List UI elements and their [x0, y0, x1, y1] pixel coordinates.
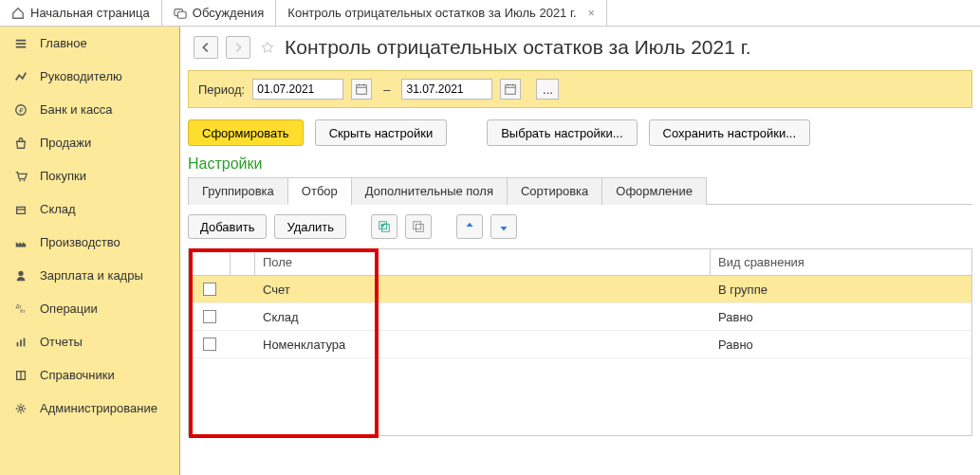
period-more-button[interactable]: ...: [536, 79, 559, 100]
sidebar-item-reports[interactable]: Отчеты: [0, 325, 179, 358]
period-bar: Период: – ...: [188, 70, 972, 108]
top-tabbar: Начальная страница Обсуждения Контроль о…: [0, 0, 980, 27]
sidebar-item-label: Справочники: [40, 368, 115, 382]
svg-point-5: [24, 179, 26, 181]
bar-chart-icon: [13, 335, 28, 350]
ruble-icon: ₽: [13, 102, 28, 118]
person-icon: [13, 268, 28, 283]
sidebar-item-purchases[interactable]: Покупки: [0, 159, 179, 192]
svg-rect-16: [506, 85, 516, 95]
factory-icon: [13, 235, 28, 250]
sidebar-item-label: Банк и касса: [40, 102, 113, 117]
table-row[interactable]: Номенклатура Равно: [189, 331, 971, 358]
choose-settings-button[interactable]: Выбрать настройки...: [487, 119, 637, 146]
tab-discussions[interactable]: Обсуждения: [162, 0, 277, 26]
page-title: Контроль отрицательных остатков за Июль …: [285, 36, 751, 59]
row-checkbox[interactable]: [203, 283, 216, 296]
menu-icon: [13, 36, 28, 51]
subtab-extra-fields[interactable]: Дополнительные поля: [351, 177, 508, 205]
svg-rect-6: [17, 207, 26, 213]
subtab-sort[interactable]: Сортировка: [507, 177, 602, 205]
content-area: Контроль отрицательных остатков за Июль …: [180, 27, 980, 475]
sidebar-item-salary[interactable]: Зарплата и кадры: [0, 259, 179, 292]
book-icon: [13, 368, 28, 383]
hide-settings-button[interactable]: Скрыть настройки: [315, 119, 448, 146]
cell-field: Склад: [255, 310, 711, 324]
cell-field: Счет: [255, 283, 711, 297]
svg-text:₽: ₽: [19, 106, 24, 113]
sidebar-item-bank[interactable]: ₽ Банк и касса: [0, 93, 179, 126]
cell-field: Номенклатура: [255, 338, 711, 352]
subtabs: Группировка Отбор Дополнительные поля Со…: [188, 176, 972, 205]
nav-back-button[interactable]: [194, 36, 218, 59]
svg-point-7: [18, 270, 23, 275]
settings-heading: Настройки: [188, 155, 972, 173]
close-icon[interactable]: ×: [588, 7, 595, 20]
add-button[interactable]: Добавить: [188, 214, 267, 239]
form-button[interactable]: Сформировать: [188, 119, 304, 146]
save-settings-button[interactable]: Сохранить настройки...: [649, 119, 811, 146]
svg-rect-10: [17, 342, 19, 346]
subtab-grouping[interactable]: Группировка: [188, 177, 288, 205]
calendar-from-button[interactable]: [351, 79, 372, 100]
tab-label: Начальная страница: [30, 6, 150, 20]
table-row[interactable]: Счет В группе: [189, 276, 971, 303]
sidebar-item-label: Руководителю: [40, 69, 122, 83]
date-from-input[interactable]: [252, 79, 343, 100]
tab-report[interactable]: Контроль отрицательных остатков за Июль …: [276, 0, 606, 26]
period-label: Период:: [198, 82, 245, 97]
chart-icon: [13, 69, 28, 84]
date-to-input[interactable]: [401, 79, 492, 100]
sidebar-item-warehouse[interactable]: Склад: [0, 192, 179, 226]
sidebar-item-director[interactable]: Руководителю: [0, 60, 179, 93]
move-up-button[interactable]: [456, 214, 483, 239]
cell-cond: В группе: [711, 283, 971, 297]
table-header: Поле Вид сравнения: [189, 249, 971, 276]
subtab-design[interactable]: Оформление: [601, 177, 707, 205]
sidebar-item-label: Главное: [40, 36, 87, 50]
sidebar-item-operations[interactable]: ДтКт Операции: [0, 292, 179, 325]
svg-rect-15: [357, 85, 367, 95]
col-field: Поле: [255, 249, 711, 275]
bag-icon: [13, 136, 28, 151]
cart-icon: [13, 169, 28, 184]
row-checkbox[interactable]: [203, 310, 216, 323]
col-condition: Вид сравнения: [711, 249, 971, 275]
move-down-button[interactable]: [490, 214, 517, 239]
subtab-filter[interactable]: Отбор: [287, 177, 352, 205]
uncheck-all-button[interactable]: [405, 214, 432, 239]
sidebar-item-label: Продажи: [40, 136, 91, 150]
box-icon: [13, 202, 28, 217]
main-buttons: Сформировать Скрыть настройки Выбрать на…: [188, 119, 972, 146]
sidebar-item-production[interactable]: Производство: [0, 226, 179, 259]
cell-cond: Равно: [711, 310, 971, 324]
tab-label: Контроль отрицательных остатков за Июль …: [287, 6, 576, 20]
table-row[interactable]: Склад Равно: [189, 303, 971, 331]
svg-rect-12: [24, 338, 26, 346]
favorite-icon[interactable]: [258, 38, 277, 57]
svg-rect-1: [177, 11, 186, 18]
sidebar-item-main[interactable]: Главное: [0, 27, 179, 60]
sidebar-item-label: Администрирование: [40, 401, 157, 415]
svg-text:Кт: Кт: [20, 308, 26, 314]
row-checkbox[interactable]: [203, 338, 216, 351]
calendar-to-button[interactable]: [500, 79, 521, 100]
sidebar-item-label: Склад: [40, 202, 76, 216]
delete-button[interactable]: Удалить: [274, 214, 346, 239]
sidebar-item-label: Производство: [40, 235, 120, 249]
sidebar-item-label: Отчеты: [40, 335, 83, 349]
filter-toolbar: Добавить Удалить: [188, 214, 972, 239]
gear-icon: [13, 401, 28, 416]
sidebar: Главное Руководителю ₽ Банк и касса Прод…: [0, 27, 180, 475]
sidebar-item-admin[interactable]: Администрирование: [0, 392, 179, 425]
tab-label: Обсуждения: [193, 6, 265, 20]
sidebar-item-references[interactable]: Справочники: [0, 358, 179, 392]
nav-forward-button[interactable]: [226, 36, 250, 59]
tab-home[interactable]: Начальная страница: [0, 0, 162, 26]
svg-rect-11: [20, 339, 22, 346]
filter-table: Поле Вид сравнения Счет В группе Склад Р…: [188, 248, 972, 436]
check-all-button[interactable]: [371, 214, 398, 239]
sidebar-item-sales[interactable]: Продажи: [0, 126, 179, 159]
home-icon: [11, 7, 25, 20]
sidebar-item-label: Покупки: [40, 169, 86, 183]
